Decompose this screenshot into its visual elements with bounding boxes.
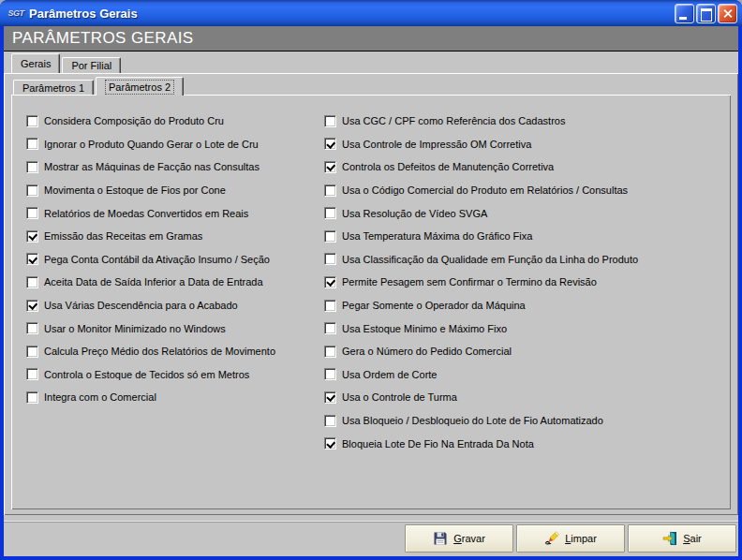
check-row[interactable]: Usa Controle de Impressão OM Corretiva	[324, 133, 727, 156]
checkbox[interactable]	[26, 138, 38, 150]
check-row[interactable]: Usa Estoque Minimo e Máximo Fixo	[324, 317, 727, 340]
checkbox[interactable]	[324, 138, 336, 150]
check-row[interactable]: Usa Resolução de Vídeo SVGA	[324, 201, 727, 225]
check-row[interactable]: Movimenta o Estoque de Fios por Cone	[26, 179, 324, 202]
checkbox-label[interactable]: Bloqueia Lote De Fio Na Entrada Da Nota	[342, 438, 534, 449]
checkbox[interactable]	[26, 230, 38, 243]
checkbox-label[interactable]: Usar o Monitor Minimizado no Windows	[44, 323, 226, 334]
check-row[interactable]: Relatórios de Moedas Convertidos em Reai…	[26, 201, 324, 225]
checkbox[interactable]	[324, 300, 336, 312]
check-row[interactable]: Mostrar as Máquinas de Facção nas Consul…	[26, 155, 324, 179]
window-title: Parâmetros Gerais	[29, 7, 673, 21]
checkbox[interactable]	[26, 276, 38, 288]
checkbox[interactable]	[324, 161, 336, 173]
checkbox-label[interactable]: Movimenta o Estoque de Fios por Cone	[44, 184, 226, 196]
checkbox[interactable]	[26, 300, 38, 312]
checkbox[interactable]	[324, 230, 336, 243]
checkbox-label[interactable]: Usa Várias Descendência para o Acabado	[44, 300, 238, 311]
sair-button[interactable]: Sair	[628, 524, 736, 553]
tab-gerais-label: Gerais	[21, 58, 51, 69]
tab-parametros-2[interactable]: Parâmetros 2	[96, 77, 184, 96]
checkbox[interactable]	[26, 207, 38, 219]
checkbox-label[interactable]: Mostrar as Máquinas de Facção nas Consul…	[44, 161, 260, 172]
checkbox[interactable]	[26, 346, 38, 358]
checkbox-label[interactable]: Usa Resolução de Vídeo SVGA	[342, 208, 487, 219]
checkbox[interactable]	[26, 368, 38, 380]
tab-parametros-1[interactable]: Parâmetros 1	[13, 80, 94, 95]
checkbox-label[interactable]: Usa Temperatura Máxima do Gráfico Fixa	[342, 230, 532, 242]
check-row[interactable]: Pega Conta Contábil da Ativação Insumo /…	[26, 248, 324, 272]
check-row[interactable]: Usa Ordem de Corte	[324, 363, 727, 387]
check-row[interactable]: Pegar Somente o Operador da Máquina	[324, 294, 727, 317]
checkbox[interactable]	[324, 276, 336, 288]
checkbox[interactable]	[26, 322, 38, 334]
checkbox-label[interactable]: Pega Conta Contábil da Ativação Insumo /…	[44, 254, 270, 265]
checkbox[interactable]	[26, 161, 38, 173]
checkbox-column-left: Considera Composição do Produto Cru Igno…	[26, 110, 324, 509]
check-row[interactable]: Bloqueia Lote De Fio Na Entrada Da Nota	[324, 432, 727, 455]
check-row[interactable]: Permite Pesagem sem Confirmar o Termino …	[324, 271, 727, 294]
checkbox[interactable]	[324, 322, 336, 334]
check-row[interactable]: Gera o Número do Pedido Comercial	[324, 340, 727, 363]
check-row[interactable]: Usa Bloqueio / Desbloqueio do Lote de Fi…	[324, 409, 727, 433]
check-row[interactable]: Usa Várias Descendência para o Acabado	[26, 294, 324, 317]
checkbox[interactable]	[324, 346, 336, 358]
checkbox-label[interactable]: Permite Pesagem sem Confirmar o Termino …	[342, 276, 597, 287]
checkbox-label[interactable]: Usa Controle de Impressão OM Corretiva	[342, 139, 531, 150]
checkbox-label[interactable]: Usa CGC / CPF como Referência dos Cadast…	[342, 115, 565, 126]
checkbox[interactable]	[324, 184, 336, 197]
checkbox-label[interactable]: Calcula Preço Médio dos Relatórios de Mo…	[44, 346, 275, 357]
tab-por-filial[interactable]: Por Filial	[62, 57, 121, 73]
checkbox[interactable]	[26, 115, 38, 127]
checkbox-label[interactable]: Aceita Data de Saída Inferior a Data de …	[44, 276, 263, 287]
limpar-button[interactable]: Limpar	[516, 524, 625, 553]
checkbox[interactable]	[324, 415, 336, 427]
checkbox-label[interactable]: Usa Ordem de Corte	[342, 369, 437, 380]
check-row[interactable]: Integra com o Comercial	[26, 386, 324, 409]
checkbox-label[interactable]: Emissão das Receitas em Gramas	[44, 230, 202, 242]
checkbox-label[interactable]: Usa Classificação da Qualidade em Função…	[342, 254, 638, 265]
checkbox-label[interactable]: Relatórios de Moedas Convertidos em Reai…	[44, 208, 248, 219]
minimize-button[interactable]	[675, 4, 694, 23]
check-row[interactable]: Considera Composição do Produto Cru	[26, 110, 324, 133]
checkbox-label[interactable]: Considera Composição do Produto Cru	[44, 115, 224, 126]
checkbox[interactable]	[324, 391, 336, 404]
maximize-button[interactable]	[696, 4, 716, 23]
checkbox[interactable]	[324, 207, 336, 219]
check-row[interactable]: Controla os Defeitos de Manutenção Corre…	[324, 155, 727, 179]
gravar-button[interactable]: Gravar	[405, 524, 513, 553]
parametros-gerais-window: SGT Parâmetros Gerais PARÂMETROS GERAIS …	[0, 0, 742, 560]
check-row[interactable]: Usa Temperatura Máxima do Gráfico Fixa	[324, 225, 727, 248]
limpar-label: Limpar	[565, 533, 597, 544]
checkbox[interactable]	[324, 437, 336, 449]
checkbox-label[interactable]: Usa o Controle de Turma	[342, 391, 457, 403]
tab-por-filial-label: Por Filial	[71, 60, 111, 71]
checkbox-label[interactable]: Pegar Somente o Operador da Máquina	[342, 300, 526, 311]
check-row[interactable]: Ignorar o Produto Quando Gerar o Lote de…	[26, 133, 324, 156]
checkbox[interactable]	[324, 368, 336, 380]
close-button[interactable]	[718, 4, 737, 23]
checkbox-label[interactable]: Controla os Defeitos de Manutenção Corre…	[342, 161, 554, 172]
check-row[interactable]: Usa CGC / CPF como Referência dos Cadast…	[324, 110, 727, 133]
checkbox[interactable]	[324, 115, 336, 127]
checkbox-label[interactable]: Usa Bloqueio / Desbloqueio do Lote de Fi…	[342, 415, 603, 426]
check-row[interactable]: Usar o Monitor Minimizado no Windows	[26, 317, 324, 340]
checkbox[interactable]	[26, 184, 38, 197]
checkbox-label[interactable]: Controla o Estoque de Tecidos só em Metr…	[44, 369, 249, 380]
checkbox-label[interactable]: Usa Estoque Minimo e Máximo Fixo	[342, 323, 507, 334]
checkbox[interactable]	[26, 391, 38, 404]
check-row[interactable]: Usa o Código Comercial do Produto em Rel…	[324, 179, 727, 202]
check-row[interactable]: Usa Classificação da Qualidade em Função…	[324, 248, 727, 272]
checkbox-label[interactable]: Usa o Código Comercial do Produto em Rel…	[342, 184, 628, 196]
checkbox-label[interactable]: Ignorar o Produto Quando Gerar o Lote de…	[44, 139, 259, 150]
checkbox-label[interactable]: Gera o Número do Pedido Comercial	[342, 346, 512, 357]
checkbox-label[interactable]: Integra com o Comercial	[44, 391, 156, 403]
tab-gerais[interactable]: Gerais	[11, 53, 60, 73]
check-row[interactable]: Controla o Estoque de Tecidos só em Metr…	[26, 363, 324, 387]
check-row[interactable]: Calcula Preço Médio dos Relatórios de Mo…	[26, 340, 324, 363]
check-row[interactable]: Aceita Data de Saída Inferior a Data de …	[26, 271, 324, 294]
checkbox[interactable]	[26, 253, 38, 265]
check-row[interactable]: Usa o Controle de Turma	[324, 386, 727, 409]
check-row[interactable]: Emissão das Receitas em Gramas	[26, 225, 324, 248]
checkbox[interactable]	[324, 253, 336, 265]
